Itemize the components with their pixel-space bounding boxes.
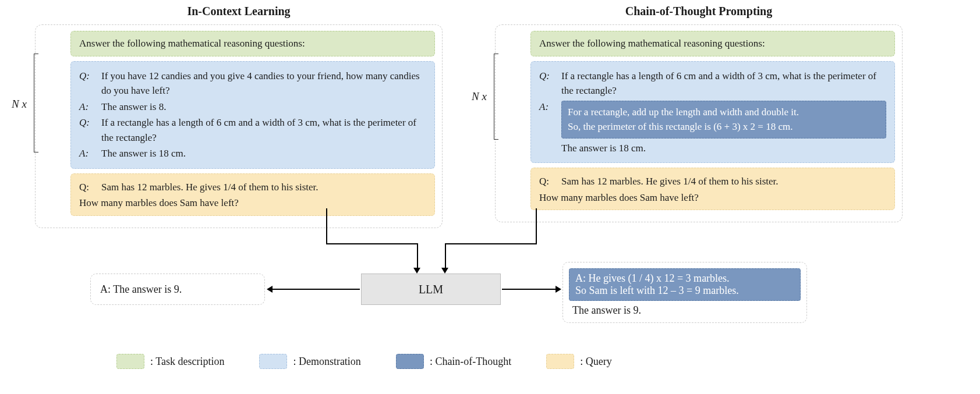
q-text: If a rectangle has a length of 6 cm and …	[561, 69, 886, 98]
arrow-line	[445, 243, 446, 269]
demonstration-right: Q: If a rectangle has a length of 6 cm a…	[530, 61, 895, 164]
arrow-right-icon	[556, 286, 561, 293]
q-text: If a rectangle has a length of 6 cm and …	[101, 115, 426, 145]
swatch-cot-icon	[396, 354, 424, 369]
arrow-down-icon	[441, 268, 448, 274]
legend-demo: : Demonstration	[259, 354, 360, 369]
bracket-icon	[494, 54, 498, 140]
n-times-label: N x	[12, 98, 27, 111]
title-icl: In-Context Learning	[35, 5, 443, 18]
task-description-left: Answer the following mathematical reason…	[70, 31, 435, 56]
arrow-line	[326, 243, 418, 244]
output-final: The answer is 9.	[569, 303, 801, 318]
q-text: Sam has 12 marbles. He gives 1/4 of them…	[561, 174, 886, 189]
arrow-down-icon	[413, 268, 420, 274]
cot-line: So, the perimeter of this rectangle is (…	[568, 119, 880, 134]
q-label: Q:	[539, 69, 554, 98]
arrow-line	[326, 208, 327, 243]
legend-label: : Chain-of-Thought	[430, 356, 511, 368]
swatch-task-icon	[116, 354, 144, 369]
arrow-line	[502, 289, 556, 290]
query-left: Q: Sam has 12 marbles. He gives 1/4 of t…	[70, 173, 435, 216]
a-text: The answer is 8.	[101, 100, 426, 115]
arrow-line	[536, 208, 537, 243]
legend-cot: : Chain-of-Thought	[396, 354, 511, 369]
a-label: A:	[79, 146, 94, 161]
panel-icl: Answer the following mathematical reason…	[35, 24, 443, 228]
arrow-line	[273, 289, 360, 290]
n-times-label: N x	[472, 90, 487, 103]
llm-box: LLM	[361, 274, 501, 305]
q-text: Sam has 12 marbles. He gives 1/4 of them…	[101, 180, 426, 195]
swatch-demo-icon	[259, 354, 287, 369]
legend-label: : Query	[580, 356, 611, 368]
cot-line: A: He gives (1 / 4) x 12 = 3 marbles.	[575, 272, 794, 285]
legend: : Task description : Demonstration : Cha…	[116, 354, 612, 369]
a-label: A:	[79, 100, 94, 115]
chain-of-thought: For a rectangle, add up the length and w…	[561, 101, 886, 139]
q-label: Q:	[539, 174, 554, 189]
legend-task: : Task description	[116, 354, 224, 369]
output-text: A: The answer is 9.	[100, 283, 182, 296]
chain-of-thought-output: A: He gives (1 / 4) x 12 = 3 marbles. So…	[569, 268, 801, 301]
q-label: Q:	[79, 115, 94, 145]
output-cot: A: He gives (1 / 4) x 12 = 3 marbles. So…	[562, 262, 807, 323]
arrow-line	[417, 243, 418, 269]
demonstration-left: Q: If you have 12 candies and you give 4…	[70, 61, 435, 169]
arrow-left-icon	[267, 286, 273, 293]
bracket-icon	[34, 54, 38, 152]
panel-cot: Answer the following mathematical reason…	[495, 24, 903, 222]
q-label: Q:	[79, 180, 94, 195]
q-text: If you have 12 candies and you give 4 ca…	[101, 69, 426, 98]
cot-line: For a rectangle, add up the length and w…	[568, 105, 880, 120]
swatch-query-icon	[546, 354, 574, 369]
output-icl: A: The answer is 9.	[90, 274, 265, 305]
query-right: Q: Sam has 12 marbles. He gives 1/4 of t…	[530, 168, 895, 210]
a-text: The answer is 18 cm.	[101, 146, 426, 161]
legend-label: : Task description	[150, 356, 224, 368]
legend-label: : Demonstration	[293, 356, 360, 368]
a-text: The answer is 18 cm.	[561, 141, 886, 156]
cot-line: So Sam is left with 12 – 3 = 9 marbles.	[575, 285, 794, 297]
q-text: How many marbles does Sam have left?	[79, 196, 426, 211]
q-label: Q:	[79, 69, 94, 98]
legend-query: : Query	[546, 354, 611, 369]
a-label: A:	[539, 100, 554, 156]
q-text: How many marbles does Sam have left?	[539, 190, 886, 205]
title-cot: Chain-of-Thought Prompting	[495, 5, 903, 18]
arrow-line	[445, 243, 537, 244]
task-description-right: Answer the following mathematical reason…	[530, 31, 895, 56]
